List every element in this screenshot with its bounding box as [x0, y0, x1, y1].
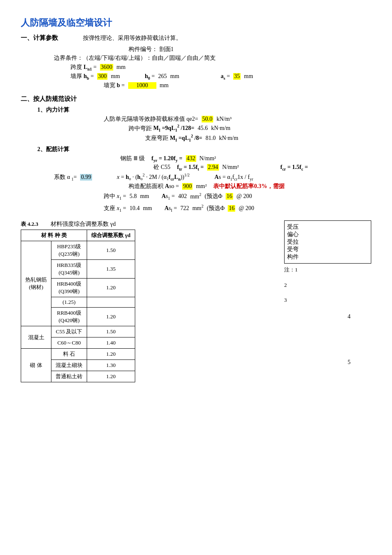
x-formula: x = ho · (ho2 · 2M / (α1fcrLn))1/2 — [117, 173, 190, 181]
table-section: 表 4.2.3 材料强度综合调整系数 γd 材 料 种 类 综合调整系数 γd … — [21, 220, 276, 382]
asI-value: 722 — [180, 205, 189, 212]
right-num2: 2 — [284, 282, 371, 289]
table-cell-val1: 1.50 — [87, 241, 135, 260]
section1-header: 一、计算参数 按弹性理论、采用等效静荷载法计算。 — [21, 34, 371, 44]
table-cell-val5: 1.20 — [87, 308, 135, 326]
span-value: 3600 — [100, 64, 113, 71]
table-cell-sub3: HRB400级(Q390钢) — [51, 279, 87, 297]
table-caption: 表 4.2.3 材料强度综合调整系数 γd — [21, 220, 276, 228]
m1-mid-row: 跨中弯距 MI =9qL12 /128= 45.6 kN·m/m — [129, 124, 371, 132]
right-item-3: 受拉 — [287, 238, 368, 246]
qe2-label: 人防单元隔墙等效静荷载标准值 qe2= — [104, 115, 198, 123]
table-cell-val9: 1.30 — [87, 360, 135, 371]
mid-x-value: 5.8 — [129, 193, 137, 200]
conc-label: 砼 C55 — [153, 164, 170, 171]
table-row: 热轧钢筋(钢材) HBP235级(Q235钢) 1.50 — [21, 241, 135, 260]
span-unit: mm — [117, 64, 126, 71]
width-row: 墙宽 b = 1000 mm — [104, 82, 371, 89]
steel-label: 钢筋 Ⅲ 级 — [120, 155, 145, 162]
materials-table: 材 料 种 类 综合调整系数 γd 热轧钢筋(钢材) HBP235级(Q235钢… — [21, 230, 135, 382]
table-cell-sub8: 料 石 — [51, 349, 87, 360]
m1-mid-unit: kN·m/m — [211, 125, 230, 132]
m1-sup-label: 支座弯距 MI =qL12 /8= — [145, 134, 202, 142]
sub2-header: 2、配筋计算 — [37, 146, 371, 153]
qe2-value: 50.0 — [202, 116, 214, 122]
wall-unit: mm — [111, 73, 120, 80]
h0-label: h0 = — [145, 73, 155, 81]
aso-note: 表中默认配筋率0.3%，需据 — [213, 183, 285, 190]
span-label: 跨度 Ln1 = — [71, 64, 97, 71]
right-bottom-numbers: 4 — [348, 313, 351, 320]
as-label: as = — [221, 73, 230, 81]
as1-spacing: @ 200 — [236, 193, 252, 200]
m1-mid-value: 45.6 — [198, 125, 208, 132]
alpha-value: 0.99 — [80, 174, 92, 181]
As-formula: As = α1fcr1x / fyr — [214, 174, 253, 181]
h0-unit: mm — [170, 73, 179, 80]
sup-x-row: 支座 x1 = 10.4 mm AsI = 722 mm2 (预选Φ 16 @ … — [104, 204, 371, 212]
sup-x-label: 支座 x1 = — [104, 205, 126, 213]
table-cell-sub7: C60～C80 — [51, 337, 87, 349]
conc-row: 砼 C55 ftr = 1.5ft = 2.94 N/mm² fcr = 1.5… — [153, 164, 371, 171]
table-title: 材料强度综合调整系数 γd — [51, 220, 116, 228]
asI-spacing: @ 200 — [239, 205, 254, 212]
page-number: 5 — [348, 359, 351, 365]
right-num3: 3 — [284, 297, 371, 303]
fy-unit: N/mm² — [200, 155, 216, 162]
right-note: 注：1 — [284, 266, 371, 274]
section1-desc3-line: 边界条件：（左端/下端/右端/上端）：自由／固端／自由／简支 — [54, 54, 371, 62]
table-cell-val7: 1.40 — [87, 337, 135, 349]
table-cell-cat1: 热轧钢筋(钢材) — [21, 241, 51, 326]
section1-title: 一、计算参数 — [21, 34, 58, 42]
alpha-label: 系数 α 1= — [54, 174, 77, 181]
as1-label: As1 = — [161, 193, 175, 200]
h0-value: 265 — [158, 73, 167, 80]
sup-x-value: 10.4 — [129, 205, 140, 212]
table-cell-sub10: 普通粘土砖 — [51, 371, 87, 382]
section2-header: 二、按人防规范设计 — [21, 95, 371, 103]
table-cell-val2: 1.35 — [87, 260, 135, 279]
aso-row: 构造配筋面积 Aso = 900 mm² 表中默认配筋率0.3%，需据 — [129, 183, 371, 190]
span-row: 跨度 Ln1 = 3600 mm — [71, 64, 371, 71]
table-cell-sub4: (1.25) — [51, 297, 87, 308]
section2: 二、按人防规范设计 1、内力计算 人防单元隔墙等效静荷载标准值 qe2= 50.… — [21, 95, 371, 213]
m1-sup-value: 81.0 — [206, 135, 216, 142]
bottom-section: 表 4.2.3 材料强度综合调整系数 γd 材 料 种 类 综合调整系数 γd … — [21, 220, 371, 382]
ftr-formula: ftr = 1.5ft = — [177, 164, 204, 171]
ftr-value: 2.94 — [207, 164, 219, 171]
right-item-5: 构件 — [287, 253, 368, 261]
fy-value: 432 — [186, 155, 196, 162]
wall-row: 墙厚 hb = 300 mm h0 = 265 mm as = 35 mm — [71, 73, 371, 81]
table-row: 砌 体 料 石 1.20 — [21, 349, 135, 360]
mid-x-label: 跨中 x1 = — [104, 193, 126, 200]
right-item-4: 受弯 — [287, 246, 368, 253]
section1-desc1: 按弹性理论、采用等效静荷载法计算。 — [83, 34, 182, 42]
ftr-unit: N/mm² — [222, 164, 239, 171]
table-cell-sub9: 混凝土砌块 — [51, 360, 87, 371]
as1-value: 402 — [178, 193, 187, 200]
m1-sup-unit: kN·m/m — [219, 135, 238, 142]
table-col1: 材 料 种 类 — [21, 230, 87, 241]
right-item-1: 受压 — [287, 223, 368, 231]
right-box: 受压 偏心 受拉 受弯 构件 — [284, 220, 371, 264]
table-num: 表 4.2.3 — [21, 220, 38, 228]
table-cell-val10: 1.20 — [87, 371, 135, 382]
page-number-area: 5 — [348, 359, 351, 366]
asI-note: (预选Φ — [207, 205, 225, 212]
page-content: 人防隔墙及临空墙设计 一、计算参数 按弹性理论、采用等效静荷载法计算。 构件编号… — [21, 17, 371, 382]
as1-note: (预选Φ — [205, 193, 222, 200]
as-unit: mm — [244, 73, 253, 80]
table-cell-sub6: C55 及以下 — [51, 326, 87, 337]
alpha-row: 系数 α 1= 0.99 x = ho · (ho2 · 2M / (α1fcr… — [54, 173, 371, 181]
table-cell-cat2: 混凝土 — [21, 326, 51, 349]
num4: 4 — [348, 313, 351, 320]
table-cell-sub2: HRB335级(Q345钢) — [51, 260, 87, 279]
as-value: 35 — [233, 73, 241, 80]
section1-desc2: 构件编号： 剖面1 — [129, 46, 174, 53]
asI-dia: 16 — [228, 205, 235, 212]
table-row: 混凝土 C55 及以下 1.50 — [21, 326, 135, 337]
page-title: 人防隔墙及临空墙设计 — [21, 17, 371, 29]
section1-desc3: 边界条件：（左端/下端/右端/上端）：自由／固端／自由／简支 — [54, 54, 216, 62]
as1-dia: 16 — [226, 193, 233, 200]
asI-unit: mm2 — [192, 204, 204, 212]
